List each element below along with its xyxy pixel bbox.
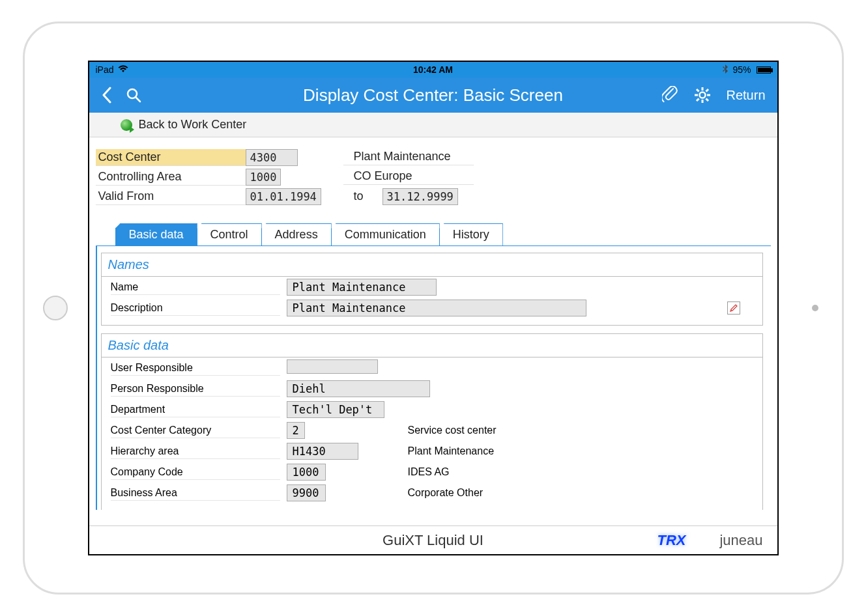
app-screen: iPad 10:42 AM 95% Display Cost	[88, 61, 779, 555]
business-area-label: Business Area	[111, 486, 280, 501]
hierarchy-area-desc: Plant Maintenance	[404, 445, 721, 457]
company-code-field[interactable]: 1000	[287, 464, 326, 481]
controlling-area-desc: CO Europe	[343, 169, 474, 185]
footer-bar: GuiXT Liquid UI TRX juneau	[89, 525, 777, 554]
valid-from-field[interactable]: 01.01.1994	[246, 188, 321, 205]
business-area-field[interactable]: 9900	[287, 484, 326, 501]
device-label: iPad	[96, 64, 114, 75]
ipad-frame: iPad 10:42 AM 95% Display Cost	[23, 21, 844, 595]
clock-label: 10:42 AM	[413, 64, 453, 75]
name-field[interactable]: Plant Maintenance	[287, 279, 437, 296]
company-code-label: Company Code	[111, 465, 280, 480]
tab-strip: Basic data Control Address Communication…	[115, 223, 771, 245]
department-field[interactable]: Tech'l Dep't	[287, 401, 384, 418]
cost-center-desc: Plant Maintenance	[343, 150, 474, 165]
svg-line-1	[136, 97, 140, 102]
server-label: juneau	[719, 532, 762, 549]
back-button[interactable]	[101, 87, 111, 104]
names-group-title: Names	[102, 253, 762, 277]
wifi-icon	[118, 64, 128, 75]
app-header: Display Cost Center: Basic Screen Return	[89, 77, 777, 113]
camera-dot	[812, 305, 818, 311]
breadcrumb-toolbar: Back to Work Center	[89, 113, 777, 137]
svg-line-8	[706, 99, 709, 102]
svg-point-2	[700, 92, 706, 98]
bluetooth-icon	[722, 64, 729, 76]
battery-percent: 95%	[732, 64, 751, 75]
user-responsible-label: User Responsible	[111, 361, 280, 376]
valid-to-field[interactable]: 31.12.9999	[382, 188, 458, 205]
search-button[interactable]	[126, 87, 141, 103]
basic-data-group: Basic data User Responsible Person Respo…	[101, 333, 763, 510]
tab-panel: Names Name Plant Maintenance Description…	[96, 245, 771, 510]
trx-button[interactable]: TRX	[657, 532, 686, 549]
tab-communication[interactable]: Communication	[331, 223, 440, 245]
header-form: Cost Center 4300 Plant Maintenance Contr…	[89, 137, 777, 208]
valid-from-label: Valid From	[96, 188, 246, 205]
person-responsible-label: Person Responsible	[111, 382, 280, 397]
business-area-desc: Corporate Other	[404, 487, 721, 499]
back-to-work-center-link[interactable]: Back to Work Center	[139, 118, 247, 132]
basic-data-group-title: Basic data	[102, 334, 762, 357]
tab-basic-data[interactable]: Basic data	[115, 223, 197, 245]
page-title: Display Cost Center: Basic Screen	[303, 85, 563, 105]
attachment-button[interactable]	[662, 86, 679, 104]
cc-category-desc: Service cost center	[404, 425, 721, 436]
cost-center-field[interactable]: 4300	[246, 149, 298, 166]
company-code-desc: IDES AG	[404, 466, 721, 478]
cost-center-label: Cost Center	[96, 149, 246, 166]
svg-line-7	[697, 89, 699, 92]
settings-button[interactable]	[693, 86, 712, 104]
tab-address[interactable]: Address	[261, 223, 332, 245]
hierarchy-area-field[interactable]: H1430	[287, 443, 358, 460]
valid-to-label: to	[343, 189, 382, 204]
cc-category-label: Cost Center Category	[111, 423, 280, 438]
edit-description-button[interactable]	[727, 301, 740, 315]
department-label: Department	[111, 402, 280, 417]
svg-line-9	[706, 89, 709, 92]
globe-icon	[121, 119, 132, 131]
tab-control[interactable]: Control	[197, 223, 262, 245]
home-button[interactable]	[43, 296, 68, 320]
description-field[interactable]: Plant Maintenance	[287, 300, 586, 316]
tab-history[interactable]: History	[439, 223, 503, 245]
controlling-area-field[interactable]: 1000	[246, 169, 281, 186]
cc-category-field[interactable]: 2	[287, 422, 305, 439]
ios-status-bar: iPad 10:42 AM 95%	[89, 62, 777, 77]
controlling-area-label: Controlling Area	[96, 169, 246, 186]
battery-icon	[757, 66, 771, 74]
product-label: GuiXT Liquid UI	[382, 532, 484, 549]
person-responsible-field[interactable]: Diehl	[287, 380, 430, 397]
return-button[interactable]: Return	[726, 88, 765, 103]
description-label: Description	[111, 301, 280, 316]
svg-line-10	[697, 99, 699, 102]
name-label: Name	[111, 280, 280, 295]
hierarchy-area-label: Hierarchy area	[111, 444, 280, 459]
names-group: Names Name Plant Maintenance Description…	[101, 253, 763, 326]
user-responsible-field[interactable]	[287, 359, 378, 374]
